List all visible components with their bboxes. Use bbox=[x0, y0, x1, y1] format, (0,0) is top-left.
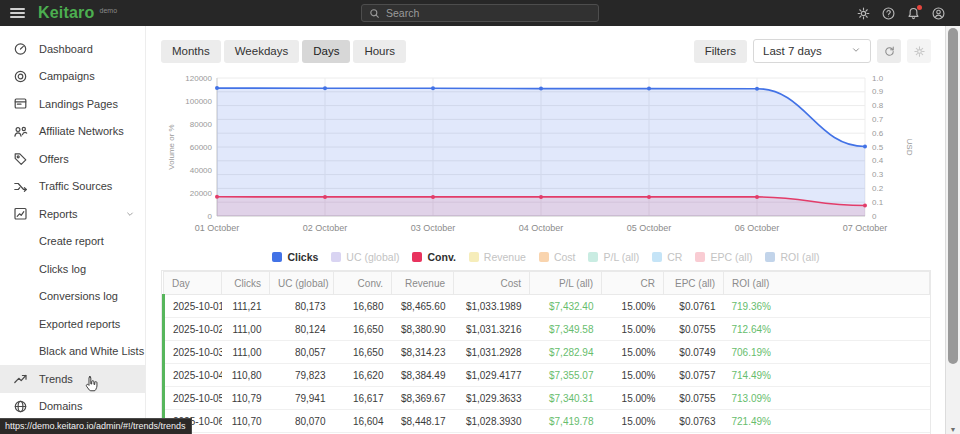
cell-clicks: 111,00 bbox=[222, 318, 270, 341]
sidebar-item-black-and-white-lists[interactable]: Black and White Lists bbox=[0, 338, 145, 366]
filters-button[interactable]: Filters bbox=[694, 40, 747, 63]
toolbar-right-controls: Filters Last 7 days bbox=[694, 39, 931, 63]
legend-label: P/L (all) bbox=[603, 251, 639, 263]
global-search[interactable] bbox=[361, 4, 599, 22]
date-range-select[interactable]: Last 7 days bbox=[753, 39, 871, 63]
cell-cr: 15.00% bbox=[602, 341, 664, 364]
cell-cost: $1,033.1989 bbox=[454, 295, 530, 318]
legend-item-epc-all[interactable]: EPC (all) bbox=[695, 251, 752, 263]
legend-item-cost[interactable]: Cost bbox=[539, 251, 576, 263]
sidebar-item-affiliate-networks[interactable]: Affiliate Networks bbox=[0, 118, 145, 146]
cell-clicks: 110,79 bbox=[222, 387, 270, 410]
chevron-down-icon bbox=[125, 209, 135, 219]
cell-cost: $1,031.2928 bbox=[454, 341, 530, 364]
legend-item-conv[interactable]: Conv. bbox=[412, 251, 455, 263]
column-header-revenue[interactable]: Revenue bbox=[392, 272, 454, 295]
cell-cost: $1,029.3633 bbox=[454, 387, 530, 410]
svg-text:1.0: 1.0 bbox=[872, 74, 884, 83]
sidebar-item-reports[interactable]: Reports bbox=[0, 200, 145, 228]
sidebar-item-traffic-sources[interactable]: Traffic Sources bbox=[0, 173, 145, 201]
scrollbar-thumb[interactable] bbox=[948, 28, 958, 364]
cell-cr: 15.00% bbox=[602, 318, 664, 341]
column-header-roi-all[interactable]: ROI (all) bbox=[724, 272, 930, 295]
sidebar-item-dashboard[interactable]: Dashboard bbox=[0, 35, 145, 63]
notifications-bell-icon[interactable] bbox=[906, 6, 921, 21]
legend-item-revenue[interactable]: Revenue bbox=[469, 251, 526, 263]
svg-text:20000: 20000 bbox=[190, 189, 213, 198]
svg-text:0.4: 0.4 bbox=[872, 156, 884, 165]
search-input[interactable] bbox=[386, 7, 591, 19]
sidebar-item-offers[interactable]: Offers bbox=[0, 145, 145, 173]
tab-months[interactable]: Months bbox=[161, 40, 221, 63]
sidebar-nav: DashboardCampaignsLandings PagesAffiliat… bbox=[0, 26, 146, 434]
sidebar-item-label: Trends bbox=[39, 373, 73, 385]
column-header-cost[interactable]: Cost bbox=[454, 272, 530, 295]
svg-text:0.6: 0.6 bbox=[872, 129, 884, 138]
cell-cr: 15.00% bbox=[602, 364, 664, 387]
sidebar-item-campaigns[interactable]: Campaigns bbox=[0, 63, 145, 91]
trends-chart-area: 00.10.20.30.40.50.60.70.80.91.001 Octobe… bbox=[147, 70, 945, 246]
legend-item-roi-all[interactable]: ROI (all) bbox=[765, 251, 819, 263]
settings-gear-icon[interactable] bbox=[856, 6, 871, 21]
sidebar-item-label: Dashboard bbox=[39, 43, 93, 55]
cell-uc-global: 79,823 bbox=[270, 364, 334, 387]
tab-weekdays[interactable]: Weekdays bbox=[224, 40, 299, 63]
sidebar-item-landings-pages[interactable]: Landings Pages bbox=[0, 90, 145, 118]
cell-p-l-all: $7,349.58 bbox=[530, 318, 602, 341]
affiliate-icon bbox=[13, 124, 28, 139]
cell-cost: $1,028.3930 bbox=[454, 410, 530, 433]
svg-text:0.9: 0.9 bbox=[872, 87, 884, 96]
sidebar-item-clicks-log[interactable]: Clicks log bbox=[0, 255, 145, 283]
sidebar-item-label: Affiliate Networks bbox=[39, 125, 124, 137]
cell-revenue: $8,465.60 bbox=[392, 295, 454, 318]
column-header-epc-all[interactable]: EPC (all) bbox=[664, 272, 724, 295]
column-header-conv[interactable]: Conv. bbox=[334, 272, 392, 295]
legend-label: Conv. bbox=[427, 251, 455, 263]
domains-icon bbox=[13, 399, 28, 414]
column-header-clicks[interactable]: Clicks bbox=[222, 272, 270, 295]
cell-revenue: $8,448.17 bbox=[392, 410, 454, 433]
chart-settings-button[interactable] bbox=[907, 39, 931, 63]
sidebar-item-label: Exported reports bbox=[39, 318, 120, 330]
cell-epc-all: $0.0761 bbox=[664, 295, 724, 318]
sidebar-item-trends[interactable]: Trends bbox=[0, 365, 145, 393]
column-header-day[interactable]: Day bbox=[164, 272, 222, 295]
legend-item-p-l-all[interactable]: P/L (all) bbox=[588, 251, 639, 263]
tab-days[interactable]: Days bbox=[302, 40, 350, 63]
cell-revenue: $8,384.49 bbox=[392, 364, 454, 387]
column-header-p-l-all[interactable]: P/L (all) bbox=[530, 272, 602, 295]
cell-roi-all: 721.49% bbox=[724, 410, 930, 433]
account-icon[interactable] bbox=[931, 6, 946, 21]
scrollbar-down-arrow[interactable]: ▼ bbox=[946, 426, 960, 433]
sidebar-item-domains[interactable]: Domains bbox=[0, 393, 145, 421]
cell-day: 2025-10-01 bbox=[164, 295, 222, 318]
sidebar-item-conversions-log[interactable]: Conversions log bbox=[0, 283, 145, 311]
legend-label: Cost bbox=[554, 251, 576, 263]
legend-item-uc-global[interactable]: UC (global) bbox=[331, 251, 399, 263]
cell-epc-all: $0.0749 bbox=[664, 341, 724, 364]
cell-uc-global: 80,070 bbox=[270, 410, 334, 433]
cell-cost: $1,029.4177 bbox=[454, 364, 530, 387]
svg-text:01 October: 01 October bbox=[195, 223, 240, 233]
chevron-down-icon bbox=[851, 45, 861, 57]
cell-uc-global: 80,124 bbox=[270, 318, 334, 341]
sidebar-item-exported-reports[interactable]: Exported reports bbox=[0, 310, 145, 338]
vertical-scrollbar[interactable]: ▼ bbox=[945, 26, 960, 434]
help-icon[interactable] bbox=[881, 6, 896, 21]
legend-item-cr[interactable]: CR bbox=[652, 251, 682, 263]
status-url-tooltip: https://demo.keitaro.io/admin/#!/trends/… bbox=[0, 418, 192, 434]
search-icon bbox=[369, 8, 380, 19]
refresh-button[interactable] bbox=[877, 39, 901, 63]
legend-swatch bbox=[588, 252, 598, 262]
column-header-uc-global[interactable]: UC (global) bbox=[270, 272, 334, 295]
hamburger-menu-icon[interactable] bbox=[10, 6, 25, 20]
legend-item-clicks[interactable]: Clicks bbox=[272, 251, 318, 263]
column-header-cr[interactable]: CR bbox=[602, 272, 664, 295]
sidebar-item-create-report[interactable]: Create report bbox=[0, 228, 145, 256]
cell-p-l-all: $7,419.78 bbox=[530, 410, 602, 433]
date-range-value: Last 7 days bbox=[763, 45, 822, 57]
tab-hours[interactable]: Hours bbox=[353, 40, 406, 63]
trends-icon bbox=[13, 371, 28, 386]
cell-conv: 16,650 bbox=[334, 318, 392, 341]
table-header-row: DayClicksUC (global)Conv.RevenueCostP/L … bbox=[164, 272, 930, 295]
